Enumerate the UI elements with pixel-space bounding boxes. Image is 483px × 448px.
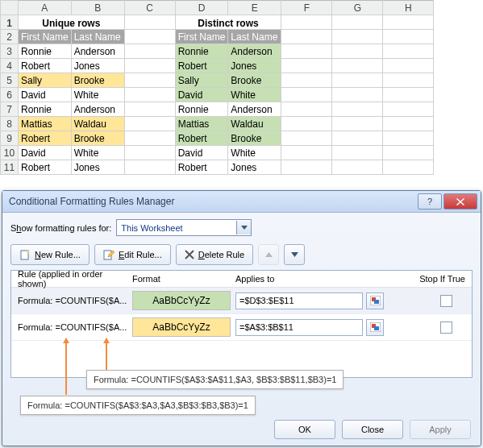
cell[interactable]: Robert <box>19 160 72 175</box>
cell[interactable]: Robert <box>175 59 228 73</box>
cell[interactable]: Anderson <box>228 102 281 117</box>
cell[interactable]: Robert <box>19 59 72 73</box>
cell[interactable] <box>124 88 175 102</box>
col-header[interactable]: C <box>124 1 175 15</box>
cell[interactable]: White <box>228 88 281 102</box>
cell[interactable]: Brooke <box>228 131 281 146</box>
row-header[interactable]: 3 <box>1 44 19 59</box>
help-button[interactable]: ? <box>418 193 442 209</box>
rule-row[interactable]: Formula: =COUNTIFS($A... AaBbCcYyZz =$D$… <box>11 288 472 314</box>
cell[interactable]: Mattias <box>19 117 72 131</box>
dialog-titlebar[interactable]: Conditional Formatting Rules Manager ? <box>2 191 481 213</box>
ok-button[interactable]: OK <box>274 420 335 439</box>
cell[interactable]: Anderson <box>228 44 281 59</box>
cell[interactable] <box>124 117 175 131</box>
range-picker-button[interactable] <box>366 292 384 309</box>
cell[interactable]: Jones <box>71 59 124 73</box>
cell[interactable] <box>124 146 175 160</box>
cell[interactable]: Ronnie <box>175 102 228 117</box>
cell[interactable]: Jones <box>228 59 281 73</box>
dialog-title: Conditional Formatting Rules Manager <box>6 196 416 207</box>
cell[interactable]: David <box>19 88 72 102</box>
close-button[interactable] <box>443 193 477 209</box>
scope-dropdown[interactable]: This Worksheet <box>116 219 252 236</box>
cell[interactable]: Brooke <box>71 73 124 88</box>
cell[interactable]: First Name <box>175 30 228 44</box>
cell[interactable]: First Name <box>19 30 72 44</box>
applies-input[interactable]: =$A$3:$B$11 <box>235 319 363 336</box>
col-header[interactable]: F <box>281 1 332 15</box>
cell[interactable] <box>124 15 175 30</box>
cell[interactable]: Robert <box>175 160 228 175</box>
applies-input[interactable]: =$D$3:$E$11 <box>235 292 363 309</box>
new-rule-button[interactable]: New Rule... <box>10 244 90 265</box>
cell[interactable]: Ronnie <box>19 44 72 59</box>
col-header[interactable]: H <box>383 1 434 15</box>
cell[interactable] <box>124 44 175 59</box>
cell[interactable] <box>124 131 175 146</box>
row-header[interactable]: 2 <box>1 30 19 44</box>
close-icon <box>456 198 464 205</box>
range-picker-button[interactable] <box>366 319 384 336</box>
cell[interactable]: David <box>19 146 72 160</box>
cell[interactable]: Sally <box>175 73 228 88</box>
select-all-corner[interactable] <box>1 1 19 15</box>
cell[interactable] <box>124 30 175 44</box>
spreadsheet-grid[interactable]: A B C D E F G H 1 Unique rows Distinct r… <box>0 0 434 175</box>
row-header[interactable]: 4 <box>1 59 19 73</box>
cell[interactable]: White <box>71 88 124 102</box>
row-header[interactable]: 7 <box>1 102 19 117</box>
rules-list: Rule (applied in order shown) Format App… <box>10 270 473 378</box>
delete-rule-button[interactable]: Delete Rule <box>176 244 254 265</box>
row-header[interactable]: 1 <box>1 15 19 30</box>
cell[interactable]: Sally <box>19 73 72 88</box>
cell[interactable]: Brooke <box>228 73 281 88</box>
edit-rule-button[interactable]: Edit Rule... <box>94 244 171 265</box>
cell[interactable]: David <box>175 88 228 102</box>
rule-row[interactable]: Formula: =COUNTIFS($A... AaBbCcYyZz =$A$… <box>11 314 472 341</box>
cell[interactable]: Anderson <box>71 44 124 59</box>
cell[interactable]: Anderson <box>71 102 124 117</box>
cell[interactable]: Jones <box>71 160 124 175</box>
col-header[interactable]: B <box>71 1 124 15</box>
col-header[interactable]: G <box>332 1 383 15</box>
col-header[interactable]: D <box>175 1 228 15</box>
row-header[interactable]: 6 <box>1 88 19 102</box>
cell[interactable]: Robert <box>175 131 228 146</box>
col-stop: Stop If True <box>387 274 465 284</box>
cell[interactable]: White <box>228 146 281 160</box>
format-preview: AaBbCcYyZz <box>132 317 231 337</box>
col-header[interactable]: A <box>19 1 72 15</box>
col-rule: Rule (applied in order shown) <box>18 269 132 288</box>
cell[interactable] <box>124 59 175 73</box>
cell[interactable]: Last Name <box>71 30 124 44</box>
cell[interactable]: Last Name <box>228 30 281 44</box>
row-header[interactable]: 5 <box>1 73 19 88</box>
cell[interactable]: Waldau <box>71 117 124 131</box>
cell[interactable]: Ronnie <box>175 44 228 59</box>
cell[interactable]: Unique rows <box>19 15 125 30</box>
stop-checkbox[interactable] <box>440 295 452 307</box>
cell[interactable]: Waldau <box>228 117 281 131</box>
stop-checkbox[interactable] <box>440 321 452 334</box>
row-header[interactable]: 11 <box>1 160 19 175</box>
row-header[interactable]: 9 <box>1 131 19 146</box>
close-dialog-button[interactable]: Close <box>342 420 403 439</box>
cell[interactable]: Brooke <box>71 131 124 146</box>
cell[interactable]: Robert <box>19 131 72 146</box>
col-header[interactable]: E <box>228 1 281 15</box>
cell[interactable]: White <box>71 146 124 160</box>
cell[interactable]: Mattias <box>175 117 228 131</box>
cell[interactable]: Jones <box>228 160 281 175</box>
delete-icon <box>185 250 194 259</box>
cell[interactable]: Ronnie <box>19 102 72 117</box>
move-down-button[interactable] <box>284 244 305 265</box>
cell[interactable] <box>124 102 175 117</box>
cell[interactable] <box>124 160 175 175</box>
cell[interactable]: Distinct rows <box>175 15 281 30</box>
cell[interactable] <box>281 15 332 30</box>
cell[interactable]: David <box>175 146 228 160</box>
row-header[interactable]: 8 <box>1 117 19 131</box>
cell[interactable] <box>124 73 175 88</box>
row-header[interactable]: 10 <box>1 146 19 160</box>
